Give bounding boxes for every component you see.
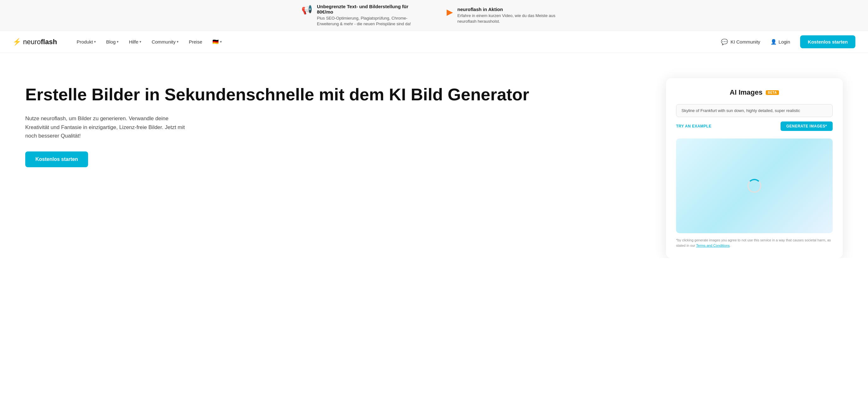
banner-item-video-content: neuroflash in Aktion Erfahre in einem ku… xyxy=(457,7,566,24)
nav-item-language[interactable]: 🇩🇪 ▾ xyxy=(209,36,226,47)
banner-item-video: ▶ neuroflash in Aktion Erfahre in einem … xyxy=(446,7,566,24)
nav-item-preise[interactable]: Preise xyxy=(185,37,206,47)
ai-images-widget: AI Images BETA Skyline of Frankfurt with… xyxy=(666,78,843,258)
megaphone-icon: 📢 xyxy=(302,4,312,15)
banner-item-pricing-subtitle: Plus SEO-Optimierung, Plagiatsprüfung, C… xyxy=(317,15,422,27)
chevron-down-icon: ▾ xyxy=(177,40,179,44)
ai-images-title: AI Images xyxy=(730,88,763,97)
nav-item-blog[interactable]: Blog ▾ xyxy=(102,37,122,47)
ai-prompt-input[interactable]: Skyline of Frankfurt with sun down, high… xyxy=(676,104,833,117)
nav-label-blog: Blog xyxy=(106,39,116,44)
ai-disclaimer-end: . xyxy=(730,244,731,247)
ai-preview-area xyxy=(676,138,833,233)
chevron-down-icon: ▾ xyxy=(220,40,222,44)
nav-label-preise: Preise xyxy=(189,39,202,44)
nav-label-community: Community xyxy=(152,39,176,44)
user-icon: 👤 xyxy=(771,39,777,45)
login-button[interactable]: 👤 Login xyxy=(767,36,794,47)
ai-disclaimer-link[interactable]: Terms and Conditions xyxy=(696,244,730,247)
logo[interactable]: ⚡ neuroflash xyxy=(12,38,57,46)
hero-title: Erstelle Bilder in Sekundenschnelle mit … xyxy=(25,85,647,104)
play-icon: ▶ xyxy=(446,7,453,17)
hero-left: Erstelle Bilder in Sekundenschnelle mit … xyxy=(25,78,647,167)
logo-icon: ⚡ xyxy=(12,38,21,46)
chevron-down-icon: ▾ xyxy=(94,40,96,44)
header-right: 💬 KI Community 👤 Login Kostenlos starten xyxy=(721,35,856,48)
ki-community-label: KI Community xyxy=(731,39,760,44)
chevron-down-icon: ▾ xyxy=(117,40,119,44)
nav-item-hilfe[interactable]: Hilfe ▾ xyxy=(125,37,145,47)
nav-label-produkt: Produkt xyxy=(77,39,93,44)
beta-badge: BETA xyxy=(766,90,779,95)
try-example-button[interactable]: TRY AN EXAMPLE xyxy=(676,124,711,128)
ki-community-link[interactable]: 💬 KI Community xyxy=(721,38,760,45)
chevron-down-icon: ▾ xyxy=(140,40,142,44)
header-cta-button[interactable]: Kostenlos starten xyxy=(800,35,856,48)
hero-section: Erstelle Bilder in Sekundenschnelle mit … xyxy=(0,53,868,258)
ai-actions: TRY AN EXAMPLE GENERATE IMAGES* xyxy=(676,122,833,131)
banner-item-video-subtitle: Erfahre in einem kurzen Video, wie du da… xyxy=(457,13,566,24)
logo-text-bold: flash xyxy=(41,38,57,46)
banner-item-pricing-content: Unbegrenzte Text- und Bilderstellung für… xyxy=(317,4,422,27)
flag-icon: 🇩🇪 xyxy=(212,39,219,45)
banner-item-video-title: neuroflash in Aktion xyxy=(457,7,566,12)
banner-item-pricing-title: Unbegrenzte Text- und Bilderstellung für… xyxy=(317,4,422,14)
nav-item-community[interactable]: Community ▾ xyxy=(148,37,182,47)
top-banner: 📢 Unbegrenzte Text- und Bilderstellung f… xyxy=(0,0,868,31)
logo-text: neuroflash xyxy=(23,38,57,46)
hero-subtitle: Nutze neuroflash, um Bilder zu generiere… xyxy=(25,114,189,140)
loading-spinner xyxy=(747,179,761,193)
nav-label-hilfe: Hilfe xyxy=(129,39,138,44)
login-label: Login xyxy=(779,39,790,44)
generate-images-button[interactable]: GENERATE IMAGES* xyxy=(781,122,833,131)
banner-item-pricing: 📢 Unbegrenzte Text- und Bilderstellung f… xyxy=(302,4,422,27)
hero-cta-button[interactable]: Kostenlos starten xyxy=(25,152,88,167)
chat-icon: 💬 xyxy=(721,38,728,45)
logo-text-light: neuro xyxy=(23,38,41,46)
ai-images-header: AI Images BETA xyxy=(676,88,833,97)
main-nav: Produkt ▾ Blog ▾ Hilfe ▾ Community ▾ Pre… xyxy=(73,36,721,47)
header: ⚡ neuroflash Produkt ▾ Blog ▾ Hilfe ▾ Co… xyxy=(0,31,868,53)
ai-disclaimer: *by clicking generate images you agree t… xyxy=(676,237,833,248)
nav-item-produkt[interactable]: Produkt ▾ xyxy=(73,37,100,47)
